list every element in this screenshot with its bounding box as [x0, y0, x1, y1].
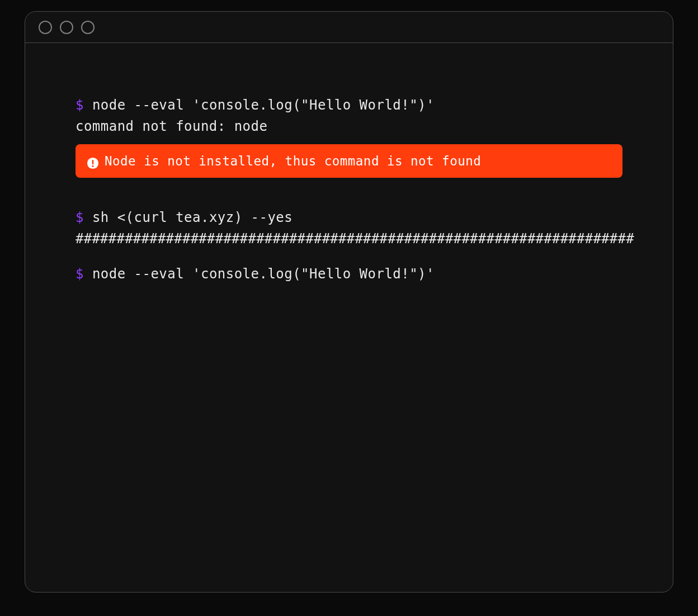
close-icon[interactable]: [39, 21, 52, 34]
warning-icon: [87, 155, 99, 167]
minimize-icon[interactable]: [60, 21, 73, 34]
output-line: command not found: node: [76, 116, 622, 137]
prompt-line: $ sh <(curl tea.xyz) --yes: [76, 207, 622, 228]
progress-line: ########################################…: [76, 228, 622, 249]
alert-text: Node is not installed, thus command is n…: [105, 151, 481, 171]
svg-rect-1: [92, 160, 94, 164]
prompt-symbol: $: [76, 97, 84, 113]
prompt-symbol: $: [76, 210, 84, 225]
command-text: node --eval 'console.log("Hello World!")…: [92, 97, 435, 113]
terminal-window: $ node --eval 'console.log("Hello World!…: [25, 11, 673, 593]
titlebar: [25, 12, 673, 43]
command-text: node --eval 'console.log("Hello World!")…: [92, 266, 435, 282]
alert-box: Node is not installed, thus command is n…: [76, 144, 622, 178]
prompt-symbol: $: [76, 266, 84, 282]
svg-point-2: [92, 165, 93, 167]
prompt-line: $ node --eval 'console.log("Hello World!…: [76, 263, 622, 285]
maximize-icon[interactable]: [81, 21, 95, 34]
prompt-line: $ node --eval 'console.log("Hello World!…: [76, 94, 622, 116]
terminal-body[interactable]: $ node --eval 'console.log("Hello World!…: [25, 43, 673, 592]
command-text: sh <(curl tea.xyz) --yes: [92, 210, 293, 225]
